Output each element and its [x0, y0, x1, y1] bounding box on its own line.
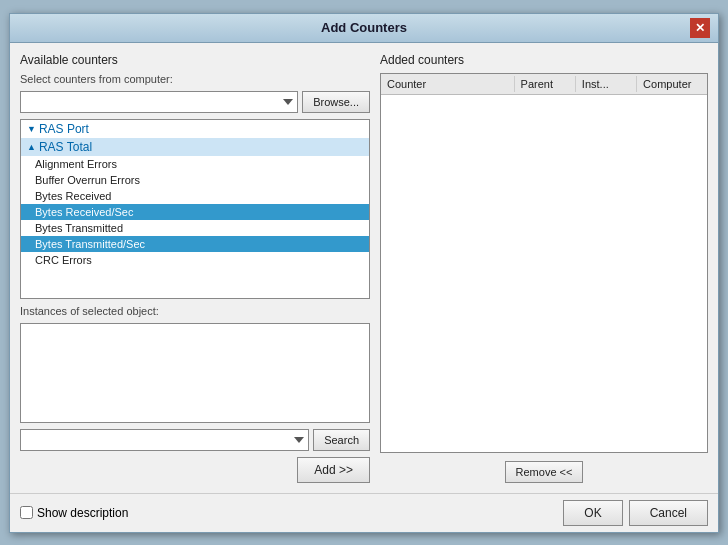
- list-item[interactable]: Bytes Received: [21, 188, 369, 204]
- counters-list: ▼ RAS Port ▲ RAS Total Alignment Errors …: [21, 120, 369, 298]
- dialog-body: Available counters Select counters from …: [10, 43, 718, 493]
- list-item[interactable]: ▼ RAS Port: [21, 120, 369, 138]
- show-description-checkbox[interactable]: [20, 506, 33, 519]
- add-counters-dialog: Add Counters ✕ Available counters Select…: [9, 13, 719, 533]
- remove-row: Remove <<: [380, 459, 708, 483]
- list-item[interactable]: ▲ RAS Total: [21, 138, 369, 156]
- list-item[interactable]: CRC Errors: [21, 252, 369, 268]
- add-button[interactable]: Add >>: [297, 457, 370, 483]
- cancel-button[interactable]: Cancel: [629, 500, 708, 526]
- search-button[interactable]: Search: [313, 429, 370, 451]
- instances-box: [20, 323, 370, 423]
- ok-button[interactable]: OK: [563, 500, 622, 526]
- list-item[interactable]: Alignment Errors: [21, 156, 369, 172]
- chevron-up-icon: ▲: [27, 142, 36, 152]
- left-panel: Available counters Select counters from …: [20, 53, 370, 483]
- right-panel: Added counters Counter Parent Inst... Co…: [380, 53, 708, 483]
- show-description-row: Show description: [20, 506, 128, 520]
- search-row: Search: [20, 429, 370, 451]
- col-header-counter: Counter: [381, 76, 515, 92]
- computer-select[interactable]: [20, 91, 298, 113]
- computer-row: Browse...: [20, 91, 370, 113]
- show-description-label: Show description: [37, 506, 128, 520]
- instances-label: Instances of selected object:: [20, 305, 370, 317]
- added-table-header: Counter Parent Inst... Computer: [381, 74, 707, 95]
- col-header-inst: Inst...: [576, 76, 637, 92]
- added-table-body: [381, 95, 707, 452]
- list-item[interactable]: Buffer Overrun Errors: [21, 172, 369, 188]
- list-item[interactable]: Bytes Received/Sec: [21, 204, 369, 220]
- col-header-computer: Computer: [637, 76, 707, 92]
- select-from-label: Select counters from computer:: [20, 73, 370, 85]
- footer-buttons: OK Cancel: [563, 500, 708, 526]
- dialog-title: Add Counters: [38, 20, 690, 35]
- close-button[interactable]: ✕: [690, 18, 710, 38]
- added-table-container: Counter Parent Inst... Computer: [380, 73, 708, 453]
- added-counters-label: Added counters: [380, 53, 708, 67]
- available-counters-label: Available counters: [20, 53, 370, 67]
- remove-button[interactable]: Remove <<: [505, 461, 584, 483]
- add-row: Add >>: [20, 457, 370, 483]
- dialog-footer: Show description OK Cancel: [10, 493, 718, 532]
- chevron-right-icon: ▼: [27, 124, 36, 134]
- col-header-parent: Parent: [515, 76, 576, 92]
- list-item[interactable]: Bytes Transmitted/Sec: [21, 236, 369, 252]
- title-bar: Add Counters ✕: [10, 14, 718, 43]
- counters-list-container: ▼ RAS Port ▲ RAS Total Alignment Errors …: [20, 119, 370, 299]
- list-item[interactable]: Bytes Transmitted: [21, 220, 369, 236]
- browse-button[interactable]: Browse...: [302, 91, 370, 113]
- search-input[interactable]: [20, 429, 309, 451]
